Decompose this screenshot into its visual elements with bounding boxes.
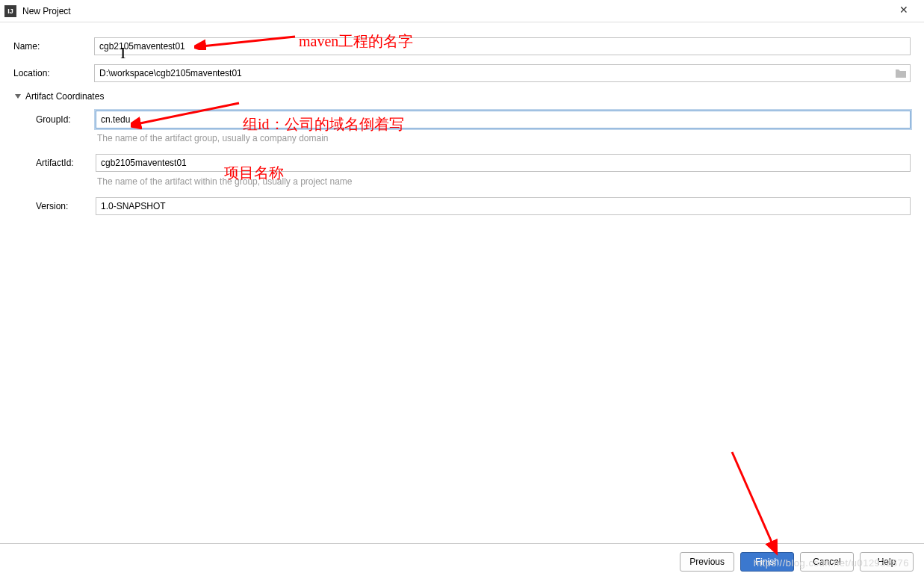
groupid-input[interactable] — [96, 111, 911, 129]
artifact-fields: GroupId: The name of the artifact group,… — [13, 111, 911, 215]
finish-button[interactable]: Finish — [740, 552, 794, 572]
help-button[interactable]: Help — [860, 552, 914, 572]
cancel-button[interactable]: Cancel — [800, 552, 854, 572]
svg-line-2 — [732, 452, 773, 545]
version-input[interactable] — [96, 197, 911, 215]
titlebar: IJ New Project ✕ — [0, 0, 924, 22]
artifactid-input[interactable] — [96, 154, 911, 172]
row-artifactid: ArtifactId: — [36, 154, 911, 172]
folder-icon[interactable] — [895, 68, 907, 78]
artifact-section-label: Artifact Coordinates — [25, 91, 104, 102]
label-name: Name: — [13, 41, 94, 52]
previous-button[interactable]: Previous — [680, 552, 734, 572]
window-title: New Project — [22, 6, 71, 16]
chevron-down-icon — [15, 94, 21, 99]
label-location: Location: — [13, 68, 94, 78]
row-name: Name: — [13, 37, 911, 55]
location-input[interactable] — [94, 64, 911, 82]
app-icon: IJ — [4, 5, 16, 17]
dialog-content: Name: Location: Artifact Coordinates Gro… — [0, 22, 924, 215]
name-input[interactable] — [94, 37, 911, 55]
row-location: Location: — [13, 64, 911, 82]
dialog-footer: Previous Finish Cancel Help — [0, 543, 924, 579]
hint-groupid: The name of the artifact group, usually … — [97, 133, 911, 143]
row-groupid: GroupId: — [36, 111, 911, 129]
label-artifactid: ArtifactId: — [36, 158, 96, 168]
close-icon[interactable]: ✕ — [893, 4, 915, 16]
hint-artifactid: The name of the artifact within the grou… — [97, 176, 911, 187]
artifact-section-header[interactable]: Artifact Coordinates — [15, 91, 911, 102]
label-version: Version: — [36, 201, 96, 211]
label-groupid: GroupId: — [36, 114, 96, 125]
row-version: Version: — [36, 197, 911, 215]
